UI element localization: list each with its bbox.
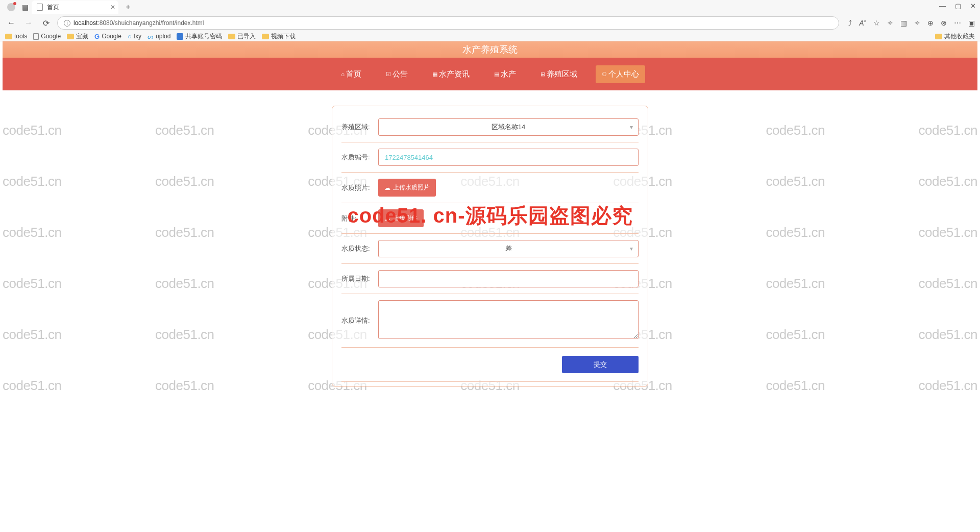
date-label: 所属日期: (341, 274, 378, 283)
close-icon[interactable]: ✕ (110, 4, 115, 11)
bookmarks-bar: tools Google 宝藏 GGoogle ○txy ᔕuplod 共享账号… (0, 31, 980, 42)
row-attach: 附件: ☁上传附件 (341, 203, 639, 234)
refresh-button[interactable]: ⟳ (40, 17, 52, 29)
url-path: :8080/shuichanyangzhi/front/index.html (97, 19, 204, 27)
window-controls: — ▢ ✕ (939, 2, 976, 10)
notice-icon: ☑ (386, 71, 391, 78)
sidebar-icon[interactable]: ▣ (968, 19, 975, 27)
form-panel: 养殖区域: 区域名称14 水质编号: 水质照片: ☁上传水质照片 附件: ☁上传… (332, 106, 648, 386)
row-status: 水质状态: 差 (341, 234, 639, 264)
maximize-button[interactable]: ▢ (955, 2, 961, 10)
bookmark-google[interactable]: Google (33, 33, 61, 40)
code-input[interactable] (378, 149, 639, 166)
cloud-icon: ☁ (384, 215, 390, 222)
nav-aquatic[interactable]: ▤水产 (488, 65, 522, 83)
nav-home[interactable]: ⌂首页 (335, 65, 368, 83)
bookmark-uplod[interactable]: ᔕuplod (148, 33, 170, 40)
aquatic-icon: ▤ (494, 71, 499, 78)
browser-chrome: ▤ 首页 ✕ + — ▢ ✕ ← → ⟳ i localhost :8080/s… (0, 0, 980, 41)
status-label: 水质状态: (341, 244, 378, 253)
home-icon: ⌂ (341, 71, 345, 77)
user-icon: ⚇ (602, 71, 607, 78)
split-icon[interactable]: ▥ (900, 19, 907, 27)
info-icon: i (64, 20, 70, 27)
area-label: 养殖区域: (341, 123, 378, 132)
sync-icon[interactable]: ⊕ (927, 19, 934, 27)
bookmark-imported[interactable]: 已导入 (228, 32, 256, 41)
bookmark-baozang[interactable]: 宝藏 (67, 32, 88, 41)
nav-area[interactable]: ⊞养殖区域 (534, 65, 583, 83)
address-bar[interactable]: i localhost :8080/shuichanyangzhi/front/… (57, 16, 839, 30)
row-code: 水质编号: (341, 142, 639, 173)
text-size-icon[interactable]: A» (859, 19, 866, 27)
row-detail: 水质详情: (341, 294, 639, 348)
date-input[interactable] (378, 270, 639, 287)
nav-notice[interactable]: ☑公告 (380, 65, 414, 83)
detail-textarea[interactable] (378, 300, 639, 339)
row-submit: 提交 (341, 348, 639, 382)
nav-news[interactable]: ▦水产资讯 (426, 65, 476, 83)
bookmark-txy[interactable]: ○txy (128, 33, 141, 40)
workspace-icon[interactable]: ▤ (20, 3, 30, 12)
upload-attach-button[interactable]: ☁上传附件 (378, 209, 424, 227)
photo-label: 水质照片: (341, 183, 378, 192)
detail-label: 水质详情: (341, 316, 378, 325)
bookmark-google2[interactable]: GGoogle (94, 33, 121, 40)
new-tab-button[interactable]: + (122, 2, 134, 13)
row-photo: 水质照片: ☁上传水质照片 (341, 173, 639, 203)
app-content: 水产养殖系统 ⌂首页 ☑公告 ▦水产资讯 ▤水产 ⊞养殖区域 ⚇个人中心 养殖区… (3, 41, 977, 386)
status-select[interactable]: 差 (378, 240, 639, 257)
address-bar-row: ← → ⟳ i localhost :8080/shuichanyangzhi/… (0, 15, 980, 31)
more-icon[interactable]: ⋯ (954, 19, 961, 27)
page-icon (37, 4, 43, 11)
main-nav: ⌂首页 ☑公告 ▦水产资讯 ▤水产 ⊞养殖区域 ⚇个人中心 (3, 58, 977, 90)
extensions-icon[interactable]: ✧ (887, 19, 893, 27)
read-aloud-icon[interactable]: ⤴ (848, 19, 852, 27)
app-title-bar: 水产养殖系统 (3, 41, 977, 58)
row-date: 所属日期: (341, 264, 639, 294)
tab-title: 首页 (47, 3, 59, 12)
back-button[interactable]: ← (5, 17, 17, 29)
bookmark-video[interactable]: 视频下载 (262, 32, 296, 41)
code-label: 水质编号: (341, 153, 378, 162)
minimize-button[interactable]: — (939, 2, 946, 10)
attach-label: 附件: (341, 214, 378, 223)
submit-button[interactable]: 提交 (562, 356, 639, 373)
nav-personal[interactable]: ⚇个人中心 (596, 65, 645, 83)
area-icon: ⊞ (541, 71, 545, 78)
news-icon: ▦ (432, 71, 437, 78)
area-select[interactable]: 区域名称14 (378, 118, 639, 136)
bookmark-tools[interactable]: tools (5, 33, 27, 40)
close-window-button[interactable]: ✕ (970, 2, 976, 10)
tab-strip: ▤ 首页 ✕ + — ▢ ✕ (0, 0, 980, 14)
bookmark-share[interactable]: 共享账号密码 (177, 32, 222, 41)
row-area: 养殖区域: 区域名称14 (341, 112, 639, 142)
app-title: 水产养殖系统 (462, 43, 518, 56)
toolbar-icons: ⤴ A» ☆ ✧ ▥ ✧ ⊕ ⊗ ⋯ ▣ (848, 19, 975, 27)
other-favorites[interactable]: 其他收藏夹 (935, 32, 975, 41)
favorite-icon[interactable]: ☆ (873, 19, 880, 27)
collections-icon[interactable]: ✧ (914, 19, 920, 27)
cloud-icon: ☁ (384, 184, 390, 191)
upload-photo-button[interactable]: ☁上传水质照片 (378, 179, 436, 197)
performance-icon[interactable]: ⊗ (941, 19, 947, 27)
profile-avatar[interactable] (7, 3, 15, 11)
url-host: localhost (74, 19, 97, 27)
forward-button[interactable]: → (22, 17, 35, 29)
browser-tab[interactable]: 首页 ✕ (32, 1, 118, 14)
